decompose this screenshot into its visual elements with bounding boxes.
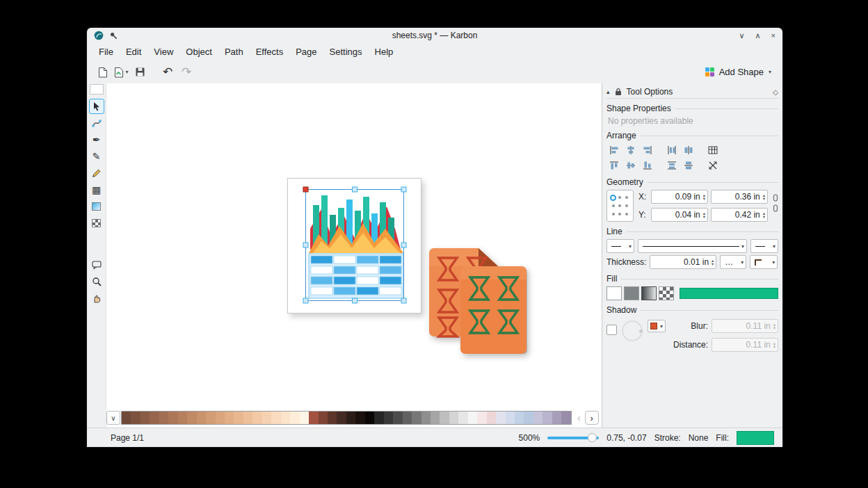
palette-scroll-left-icon[interactable]: ‹	[577, 412, 581, 423]
window-close-button[interactable]: ×	[771, 31, 775, 40]
pin-icon[interactable]	[109, 31, 118, 40]
palette-swatch[interactable]	[168, 412, 177, 424]
redo-button[interactable]: ↷	[178, 64, 195, 81]
group-transform-button[interactable]	[705, 158, 721, 172]
fill-none-button[interactable]	[606, 286, 622, 300]
palette-swatch[interactable]	[477, 412, 486, 424]
palette-swatch[interactable]	[403, 412, 412, 424]
palette-swatch[interactable]	[506, 412, 515, 424]
menu-object[interactable]: Object	[179, 44, 218, 59]
zoom-slider[interactable]	[547, 437, 599, 439]
open-recent-chevron-icon[interactable]: ▾	[125, 69, 128, 75]
palette-swatch[interactable]	[262, 412, 271, 424]
menu-settings[interactable]: Settings	[323, 44, 369, 59]
grid-tool[interactable]: ▦	[89, 182, 104, 197]
palette-swatch[interactable]	[206, 412, 215, 424]
distribute-hcenter-button[interactable]	[681, 143, 696, 157]
window-titlebar[interactable]: sheets.svg * — Karbon ∨ ∧ ×	[87, 28, 782, 43]
keep-aspect-ratio-toggle[interactable]	[773, 190, 778, 212]
palette-swatch[interactable]	[384, 412, 393, 424]
palette-swatch[interactable]	[225, 412, 234, 424]
lock-icon[interactable]	[615, 88, 622, 96]
callout-shape-tool[interactable]	[89, 257, 104, 273]
palette-swatch[interactable]	[487, 412, 496, 424]
freehand-tool[interactable]	[89, 165, 104, 181]
palette-swatch[interactable]	[290, 412, 299, 424]
shadow-enable-checkbox[interactable]	[606, 325, 617, 335]
palette-swatch[interactable]	[252, 412, 262, 424]
align-right-button[interactable]	[640, 143, 655, 157]
palette-swatch[interactable]	[178, 412, 187, 424]
width-spinbox[interactable]: 0.36 in▴▾	[711, 190, 768, 204]
align-left-button[interactable]	[606, 143, 622, 157]
palette-swatch[interactable]	[393, 412, 402, 424]
palette-swatch[interactable]	[337, 412, 346, 424]
palette-swatch[interactable]	[374, 412, 383, 424]
zoom-slider-knob[interactable]	[588, 433, 597, 442]
float-panel-icon[interactable]: ◇	[773, 88, 778, 96]
palette-swatch[interactable]	[187, 412, 196, 424]
new-document-button[interactable]	[94, 64, 111, 81]
palette-scroll-right-button[interactable]: ›	[585, 411, 599, 425]
palette-swatch[interactable]	[542, 412, 552, 424]
open-document-button[interactable]: ▾	[113, 64, 129, 81]
line-end-marker-select[interactable]: ▾	[750, 239, 778, 253]
palette-swatch[interactable]	[468, 412, 477, 424]
shadow-angle-dial[interactable]	[622, 320, 643, 341]
toolbox-scroll-corner[interactable]	[90, 84, 104, 95]
fill-pattern-button[interactable]	[659, 286, 674, 300]
edit-path-tool[interactable]	[89, 115, 104, 131]
palette-swatch[interactable]	[355, 412, 364, 424]
line-start-marker-select[interactable]: ▾	[606, 239, 634, 253]
palette-swatch[interactable]	[458, 412, 467, 424]
selected-chart-image[interactable]	[287, 178, 421, 314]
palette-swatch[interactable]	[319, 412, 328, 424]
window-shade-button[interactable]: ∨	[739, 31, 744, 40]
shadow-color-button[interactable]: ▾	[648, 320, 666, 332]
select-tool[interactable]	[89, 99, 104, 114]
palette-collapse-button[interactable]: ∨	[106, 411, 120, 425]
palette-swatch[interactable]	[346, 412, 355, 424]
zoom-tool[interactable]	[89, 274, 104, 289]
position-anchor-widget[interactable]	[606, 190, 634, 222]
distribute-left-button[interactable]	[664, 143, 680, 157]
menu-file[interactable]: File	[93, 44, 120, 59]
palette-swatch[interactable]	[365, 412, 374, 424]
distribute-top-button[interactable]	[664, 158, 680, 172]
fill-color-bar[interactable]	[680, 288, 778, 299]
palette-swatch[interactable]	[159, 412, 168, 424]
menu-view[interactable]: View	[147, 44, 179, 59]
save-button[interactable]	[131, 64, 148, 81]
menu-page[interactable]: Page	[289, 44, 323, 59]
palette-swatch[interactable]	[234, 412, 243, 424]
gradient-tool[interactable]	[89, 199, 104, 214]
align-top-button[interactable]	[606, 158, 622, 172]
fill-color-indicator[interactable]	[737, 431, 774, 445]
palette-swatch[interactable]	[421, 412, 431, 424]
palette-swatch[interactable]	[150, 412, 159, 424]
y-position-spinbox[interactable]: 0.04 in▴▾	[651, 208, 708, 222]
x-position-spinbox[interactable]: 0.09 in▴▾	[651, 190, 708, 204]
menu-help[interactable]: Help	[369, 44, 400, 59]
fill-gradient-button[interactable]	[641, 286, 657, 300]
shadow-blur-spinbox[interactable]: 0.11 in▴▾	[712, 319, 778, 333]
miter-limit-select[interactable]: …▾	[720, 255, 746, 269]
collapse-triangle-icon[interactable]: ▴	[606, 88, 610, 95]
palette-swatch[interactable]	[515, 412, 524, 424]
pan-tool[interactable]	[89, 291, 104, 306]
window-maximize-button[interactable]: ∧	[755, 31, 761, 40]
thickness-spinbox[interactable]: 0.01 in▴▾	[650, 255, 716, 269]
palette-swatch[interactable]	[122, 412, 131, 424]
palette-swatch[interactable]	[281, 412, 290, 424]
document-canvas[interactable]: ∨ ‹ ›	[106, 83, 602, 428]
undo-button[interactable]: ↶	[159, 64, 176, 81]
calligraphy-tool[interactable]: ✒	[89, 132, 104, 147]
fill-solid-button[interactable]	[624, 286, 639, 300]
palette-swatch[interactable]	[561, 412, 570, 424]
palette-swatch[interactable]	[552, 412, 561, 424]
palette-swatch[interactable]	[197, 412, 206, 424]
pencil-tool[interactable]: ✎	[89, 149, 104, 164]
palette-swatch[interactable]	[496, 412, 505, 424]
sheets-document-icon[interactable]	[428, 247, 527, 355]
palette-swatch[interactable]	[431, 412, 440, 424]
